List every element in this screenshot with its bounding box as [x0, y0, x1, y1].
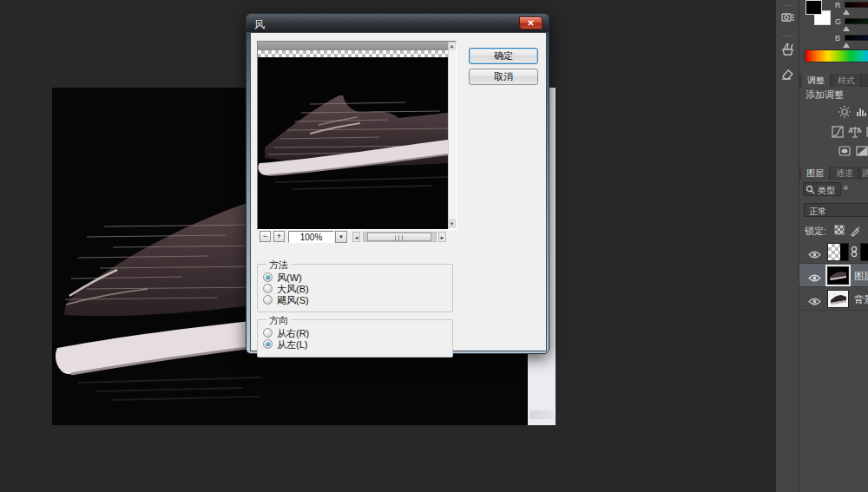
blend-mode-dropdown[interactable]: 正常 — [804, 203, 868, 217]
layer-thumbnail[interactable] — [827, 290, 849, 308]
direction-groupbox: 方向 从右(R) 从左(L) — [257, 319, 453, 358]
strip-divider — [782, 5, 793, 6]
dialog-title: 风 — [254, 17, 265, 32]
zoom-in-button[interactable]: + — [273, 231, 285, 242]
preview-shoe-image — [258, 57, 448, 229]
canvas-smudge — [529, 410, 554, 419]
blue-slider[interactable] — [845, 35, 868, 41]
direction-group-title: 方向 — [266, 314, 291, 327]
scroll-left-icon[interactable]: ◄ — [352, 232, 360, 242]
thumb-grip — [395, 235, 405, 240]
dialog-titlebar[interactable]: 风 ✕ — [247, 14, 549, 32]
red-slider[interactable] — [845, 2, 868, 8]
tab-channels[interactable]: 通道 — [831, 167, 859, 180]
visibility-eye-icon[interactable] — [808, 271, 821, 280]
lock-pixels-brush-icon[interactable] — [850, 225, 860, 235]
lock-transparency-icon[interactable] — [834, 225, 845, 235]
cancel-button[interactable]: 取消 — [469, 69, 538, 85]
ok-button[interactable]: 确定 — [469, 48, 538, 64]
strip-divider — [782, 36, 793, 36]
blue-channel-label: B — [835, 34, 844, 43]
visibility-eye-icon[interactable] — [808, 294, 821, 304]
blend-mode-value: 正常 — [809, 206, 826, 218]
radio-wind-control[interactable] — [263, 272, 273, 282]
visibility-eye-icon[interactable] — [808, 247, 821, 257]
method-group-title: 方法 — [266, 259, 291, 272]
red-slider-thumb[interactable] — [843, 10, 850, 15]
scroll-right-icon[interactable]: ► — [438, 232, 446, 242]
layer-row-background[interactable]: 背景 — [799, 287, 868, 311]
collapsed-panel-strip — [776, 0, 799, 492]
radio-from-right-control[interactable] — [263, 328, 273, 338]
scroll-up-icon[interactable]: ▲ — [448, 42, 456, 49]
layer-thumbnail[interactable] — [827, 266, 849, 285]
preview-zoom-controls: − + 100% ▼ ◄ ► — [257, 231, 457, 245]
filter-preview[interactable]: ▲ ▼ — [257, 41, 457, 230]
tab-adjustments[interactable]: 调整 — [802, 74, 831, 87]
mask-link-icon[interactable] — [851, 246, 858, 261]
color-panel: R G B — [799, 0, 868, 69]
panel-column: R G B 调整 样式 添加调整 — [799, 0, 868, 492]
clone-source-icon[interactable] — [780, 11, 795, 26]
green-channel-label: G — [835, 17, 844, 26]
eraser-icon[interactable] — [780, 67, 795, 82]
preview-black-area — [258, 57, 448, 229]
brightness-contrast-icon[interactable] — [838, 105, 852, 119]
brush-presets-icon[interactable] — [780, 42, 795, 56]
close-icon[interactable]: ✕ — [519, 16, 542, 30]
radio-blast-control[interactable] — [263, 284, 273, 293]
adjustments-tabbar: 调整 样式 — [799, 74, 868, 87]
color-balance-icon[interactable] — [848, 125, 862, 139]
radio-from-left-control[interactable] — [263, 339, 273, 349]
blue-slider-thumb[interactable] — [843, 43, 850, 48]
layer-name: 背景 — [854, 293, 868, 306]
vignette-icon[interactable] — [838, 144, 852, 158]
add-adjustment-label: 添加调整 — [806, 89, 844, 102]
layer-row-layer1[interactable]: 图层 1 — [799, 264, 868, 287]
green-slider[interactable] — [845, 18, 868, 24]
filter-dropdown-arrows-icon[interactable]: ≑ — [843, 184, 848, 192]
radio-stagger-control[interactable] — [263, 295, 273, 305]
layer-thumbnail[interactable] — [827, 243, 849, 261]
dialog-body: ▲ ▼ − + 100% ▼ ◄ ► 方法 风(W) — [250, 32, 547, 351]
layer-name: 图层 1 — [854, 270, 868, 283]
scroll-down-icon[interactable]: ▼ — [448, 220, 456, 227]
zoom-dropdown-button[interactable]: ▼ — [335, 231, 347, 243]
red-channel-label: R — [835, 1, 844, 10]
zoom-level-value: 100% — [288, 231, 334, 243]
green-slider-thumb[interactable] — [843, 26, 850, 31]
tab-styles[interactable]: 样式 — [832, 74, 861, 87]
search-icon — [806, 185, 815, 194]
layers-tabbar: 图层 通道 路径 — [799, 167, 868, 180]
preview-transparency-band — [258, 50, 448, 57]
tab-paths[interactable]: 路径 — [860, 167, 868, 180]
preview-gray-band — [258, 42, 448, 50]
panel-dock: R G B 调整 样式 添加调整 — [775, 0, 868, 492]
color-spectrum-ramp[interactable] — [805, 49, 868, 62]
lock-label: 锁定: — [805, 225, 826, 238]
preview-image[interactable] — [258, 42, 448, 229]
canvas-shoe-image — [52, 88, 260, 425]
wind-filter-dialog: 风 ✕ — [246, 13, 549, 354]
preview-vertical-scrollbar[interactable]: ▲ ▼ — [448, 42, 456, 229]
filter-kind-label: 类型 — [818, 185, 835, 197]
preview-horizontal-scrollbar[interactable] — [363, 232, 437, 242]
zoom-out-button[interactable]: − — [260, 231, 271, 242]
levels-icon[interactable] — [855, 105, 868, 119]
foreground-color-swatch[interactable] — [806, 0, 822, 15]
layer-row-mask[interactable] — [799, 240, 868, 264]
scrollbar-thumb[interactable] — [367, 233, 431, 241]
curves-icon[interactable] — [831, 125, 845, 139]
method-groupbox: 方法 风(W) 大风(B) 飓风(S) — [257, 264, 453, 312]
mask-thumbnail[interactable] — [860, 243, 868, 261]
layer-filter-dropdown[interactable]: 类型 — [803, 182, 841, 196]
gradient-map-icon[interactable] — [855, 144, 868, 158]
tab-layers[interactable]: 图层 — [801, 167, 830, 180]
